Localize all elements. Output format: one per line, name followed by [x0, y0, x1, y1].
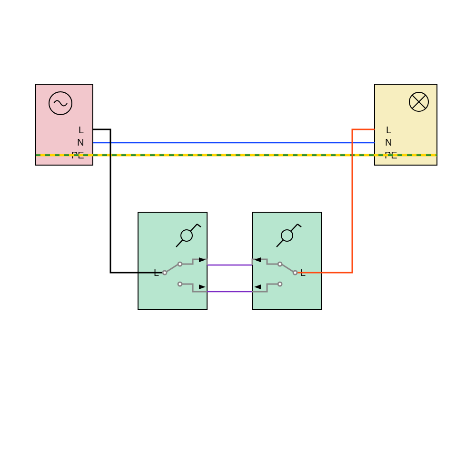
svg-point-18 [163, 271, 167, 275]
svg-point-20 [178, 262, 182, 266]
switch-left-block: L [138, 212, 207, 310]
svg-point-26 [278, 262, 282, 266]
svg-rect-2 [375, 84, 437, 165]
source-block: L N PE [36, 84, 93, 165]
source-L-label: L [79, 125, 84, 135]
svg-rect-8 [138, 212, 207, 310]
lamp-block: L N PE [375, 84, 437, 165]
svg-rect-13 [252, 212, 321, 310]
svg-point-24 [293, 271, 297, 275]
svg-point-21 [178, 282, 182, 286]
wiring-diagram: L N PE L N PE L [0, 0, 476, 452]
svg-rect-0 [36, 84, 93, 165]
switch-right-block: L [252, 212, 321, 310]
lamp-L-label: L [386, 125, 391, 135]
lamp-N-label: N [385, 137, 392, 147]
svg-point-27 [278, 282, 282, 286]
source-N-label: N [77, 137, 84, 147]
